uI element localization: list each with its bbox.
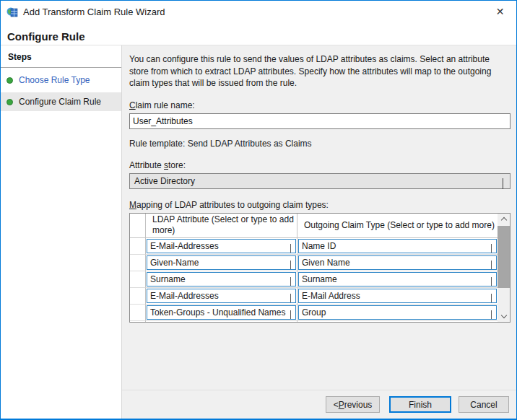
wizard-app-icon [6, 6, 18, 18]
step-label: Configure Claim Rule [19, 97, 101, 107]
row-selector[interactable] [130, 288, 146, 305]
ldap-attribute-value: Given-Name [150, 258, 199, 268]
main-area: Steps Choose Rule Type Configure Claim R… [1, 45, 516, 419]
chevron-down-icon [290, 310, 291, 320]
ldap-attribute-column-header: LDAP Attribute (Select or type to add mo… [146, 214, 297, 238]
window-title: Add Transform Claim Rule Wizard [23, 6, 165, 17]
chevron-down-icon [290, 294, 291, 303]
outgoing-claim-value: Given Name [302, 258, 350, 268]
chevron-down-icon [290, 261, 291, 270]
previous-rest: revious [344, 400, 373, 410]
ldap-attribute-combo[interactable]: Given-Name [147, 255, 296, 270]
close-button[interactable]: ✕ [484, 1, 516, 22]
mapping-table: LDAP Attribute (Select or type to add mo… [129, 213, 511, 323]
ldap-attribute-combo[interactable] [147, 322, 296, 323]
attribute-store-select[interactable]: Active Directory [129, 173, 511, 189]
finish-button[interactable]: Finish [389, 396, 451, 413]
ldap-attribute-value: Surname [150, 274, 186, 284]
scrollbar-track[interactable] [498, 224, 510, 311]
claim-rule-name-accel: C [129, 100, 136, 110]
attribute-store-value: Active Directory [134, 176, 195, 186]
mapping-table-header: LDAP Attribute (Select or type to add mo… [130, 214, 498, 238]
previous-pre: < [334, 400, 339, 410]
ldap-attribute-combo[interactable]: Token-Groups - Unqualified Names [147, 305, 296, 320]
outgoing-claim-combo[interactable]: Given Name [298, 255, 497, 270]
close-icon: ✕ [496, 6, 505, 17]
chevron-down-icon [491, 261, 492, 270]
content-pane: You can configure this rule to send the … [122, 45, 516, 419]
row-selector[interactable] [130, 271, 146, 288]
mapping-rest: apping of LDAP attributes to outgoing cl… [136, 200, 329, 210]
chevron-down-icon [491, 277, 492, 286]
row-selector[interactable] [130, 321, 146, 323]
cancel-button[interactable]: Cancel [459, 396, 509, 413]
row-selector[interactable] [130, 305, 146, 321]
outgoing-claim-combo[interactable]: Name ID [298, 239, 497, 253]
previous-button[interactable]: < Previous [326, 396, 380, 413]
ldap-attribute-value: E-Mail-Addresses [150, 241, 219, 251]
scroll-down-icon[interactable] [498, 311, 510, 322]
outgoing-claim-combo[interactable]: E-Mail Address [298, 289, 497, 303]
sidebar-item-configure-claim-rule[interactable]: Configure Claim Rule [1, 92, 121, 111]
previous-accel: P [339, 400, 344, 410]
chevron-down-icon [491, 310, 492, 320]
outgoing-claim-combo[interactable] [298, 322, 497, 323]
mapping-row: Surname Surname [130, 271, 498, 288]
scroll-up-icon[interactable] [498, 214, 510, 224]
mapping-label: Mapping of LDAP attributes to outgoing c… [129, 200, 511, 210]
outgoing-claim-value: Group [302, 307, 326, 318]
mapping-row: E-Mail-Addresses Name ID [130, 238, 498, 255]
step-label: Choose Rule Type [19, 75, 90, 85]
ldap-attribute-value: Token-Groups - Unqualified Names [150, 307, 285, 318]
step-bullet-icon [6, 99, 13, 105]
outgoing-claim-combo[interactable]: Group [298, 305, 497, 320]
chevron-down-icon [503, 178, 503, 188]
sidebar-item-choose-rule-type[interactable]: Choose Rule Type [1, 71, 121, 89]
row-selector-header [130, 214, 146, 238]
chevron-down-icon [491, 294, 492, 303]
chevron-down-icon [491, 244, 492, 253]
step-bullet-icon [6, 77, 13, 84]
row-selector[interactable] [130, 255, 146, 271]
outgoing-claim-value: E-Mail Address [302, 291, 360, 301]
steps-sidebar: Steps Choose Rule Type Configure Claim R… [1, 45, 122, 419]
wizard-footer: < Previous Finish Cancel [122, 390, 516, 419]
page-title: Configure Rule [1, 23, 516, 43]
claim-rule-name-input[interactable] [129, 113, 511, 129]
outgoing-claim-combo[interactable]: Surname [298, 272, 497, 286]
outgoing-claim-column-header: Outgoing Claim Type (Select or type to a… [297, 214, 498, 238]
mapping-row: Given-Name Given Name [130, 255, 498, 271]
claim-rule-name-label: Claim rule name: [129, 100, 511, 110]
outgoing-claim-value: Name ID [302, 241, 336, 251]
ldap-attribute-combo[interactable]: E-Mail-Addresses [147, 239, 296, 253]
ldap-attribute-value: E-Mail-Addresses [150, 291, 219, 301]
outgoing-claim-value: Surname [302, 274, 337, 284]
table-vertical-scrollbar[interactable] [498, 214, 510, 322]
configure-rule-form: You can configure this rule to send the … [122, 45, 516, 390]
mapping-row-new-partial [130, 321, 498, 323]
steps-heading: Steps [1, 45, 121, 68]
rule-description: You can configure this rule to send the … [129, 53, 511, 89]
wizard-window: Add Transform Claim Rule Wizard ✕ Config… [0, 0, 517, 420]
scrollbar-thumb[interactable] [498, 226, 510, 288]
mapping-row: Token-Groups - Unqualified Names Group [130, 305, 498, 321]
ldap-attribute-combo[interactable]: E-Mail-Addresses [147, 289, 296, 303]
attribute-store-pre: Attribute [129, 160, 164, 170]
window-top-band: Add Transform Claim Rule Wizard ✕ Config… [1, 1, 516, 45]
attribute-store-rest: tore: [168, 160, 186, 170]
mapping-row: E-Mail-Addresses E-Mail Address [130, 288, 498, 305]
title-bar[interactable]: Add Transform Claim Rule Wizard [1, 1, 516, 23]
rule-template-text: Rule template: Send LDAP Attributes as C… [129, 139, 511, 149]
mapping-accel: M [129, 200, 136, 210]
chevron-down-icon [290, 277, 291, 286]
ldap-attribute-combo[interactable]: Surname [147, 272, 296, 286]
claim-rule-name-rest: laim rule name: [136, 100, 195, 110]
attribute-store-label: Attribute store: [129, 160, 511, 170]
row-selector[interactable] [130, 238, 146, 255]
chevron-down-icon [290, 244, 291, 253]
